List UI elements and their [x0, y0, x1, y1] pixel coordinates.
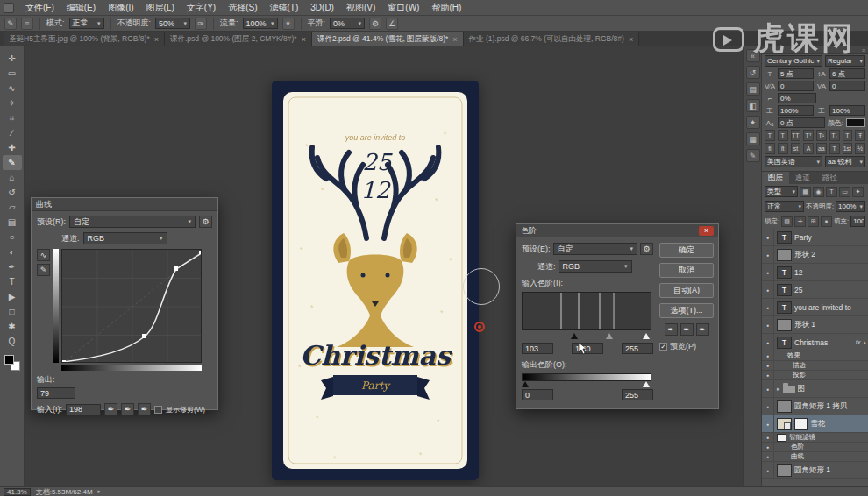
menu-file[interactable]: 文件(F) — [19, 0, 60, 16]
text-layer-thumbnail[interactable]: T — [777, 301, 792, 314]
visibility-eye-icon[interactable]: ● — [762, 299, 774, 315]
menu-image[interactable]: 图像(I) — [102, 0, 139, 16]
group-folder-icon[interactable] — [783, 386, 795, 393]
superscript-button[interactable]: T¹ — [816, 130, 827, 141]
lock-pixels-icon[interactable]: ✛ — [794, 216, 806, 227]
menu-view[interactable]: 视图(V) — [340, 0, 381, 16]
levels-preset-select[interactable]: 自定▾ — [553, 243, 638, 255]
visibility-eye-icon[interactable]: ● — [762, 371, 774, 379]
stylistic-alternates-button[interactable]: aa — [816, 143, 827, 154]
flow-select[interactable]: 100%▾ — [243, 18, 278, 29]
layer-row-25[interactable]: ●T25 — [762, 281, 868, 299]
zoom-tool-icon[interactable]: Q — [3, 334, 22, 349]
visibility-eye-icon[interactable]: ● — [762, 380, 774, 397]
swash-button[interactable]: A — [803, 143, 814, 154]
vertical-scale-field[interactable]: 100% — [778, 105, 814, 116]
visibility-eye-icon[interactable]: ● — [762, 443, 774, 451]
output-black-field[interactable]: 0 — [522, 389, 553, 400]
contextual-alternates-button[interactable]: ſt — [778, 143, 788, 154]
visibility-eye-icon[interactable]: ● — [762, 246, 774, 263]
doc-tab-2[interactable]: 课件.psd @ 100% (图层 2, CMYK/8#)*× — [165, 32, 312, 46]
ordinals-button[interactable]: 1st — [843, 143, 853, 154]
layer-row-12[interactable]: ●T12 — [762, 264, 868, 281]
tab-channels[interactable]: 通道 — [789, 172, 816, 184]
blend-mode-select[interactable]: 正常▾ — [765, 201, 804, 212]
visibility-eye-icon[interactable]: ● — [762, 433, 774, 442]
smart-filter-curves-row[interactable]: ●曲线 — [762, 452, 868, 462]
eraser-tool-icon[interactable]: ▱ — [3, 200, 22, 215]
proportional-spacing-field[interactable]: 0% — [778, 93, 816, 103]
layer-row-party[interactable]: ●TParty — [762, 229, 868, 246]
move-tool-icon[interactable]: ✛ — [3, 51, 22, 66]
black-point-slider[interactable] — [571, 333, 578, 339]
visibility-eye-icon[interactable]: ● — [762, 264, 774, 280]
fx-badge[interactable]: fx — [856, 338, 861, 346]
layer-row-snowflake-selected[interactable]: ●雪花 — [762, 415, 868, 433]
lock-position-icon[interactable]: ⊞ — [808, 216, 819, 227]
small-caps-button[interactable]: Tᵀ — [803, 130, 814, 141]
layer-row-christmas[interactable]: ●TChristmasfx▴ — [762, 334, 868, 351]
opacity-select[interactable]: 50%▾ — [155, 18, 190, 29]
panel-menu-icon[interactable]: ≡ — [862, 47, 865, 53]
curve-point-1[interactable] — [142, 334, 146, 338]
fractions-button[interactable]: ½ — [855, 143, 865, 154]
eyedropper-tool-icon[interactable]: ∕ — [3, 125, 22, 140]
menu-help[interactable]: 帮助(H) — [425, 0, 467, 16]
filter-shape-layers-icon[interactable]: ▭ — [839, 187, 850, 197]
crop-tool-icon[interactable]: ⌗ — [3, 110, 22, 125]
underline-button[interactable]: T — [843, 130, 853, 141]
gray-point-eyedropper-icon[interactable]: ✒ — [680, 323, 694, 336]
visibility-eye-icon[interactable]: ● — [762, 316, 774, 333]
tab-close-icon[interactable]: × — [154, 35, 159, 44]
output-black-slider[interactable] — [522, 381, 529, 387]
output-white-slider[interactable] — [643, 381, 650, 387]
curve-point-2[interactable] — [174, 266, 178, 271]
info-panel-icon[interactable]: ▦ — [746, 132, 760, 145]
lock-transparent-icon[interactable]: ▨ — [781, 216, 793, 227]
group-row-tu[interactable]: ●▸图 — [762, 380, 868, 398]
tab-paths[interactable]: 路径 — [816, 172, 843, 184]
curves-pencil-mode-icon[interactable]: ✎ — [37, 264, 50, 276]
shape-layer-thumbnail[interactable] — [777, 400, 792, 413]
menu-3d[interactable]: 3D(D) — [304, 0, 340, 16]
swatches-panel-icon[interactable]: ◧ — [746, 99, 760, 112]
airbrush-icon[interactable]: ✴ — [282, 18, 295, 30]
panel-header[interactable]: ≡ — [762, 46, 868, 54]
faux-bold-button[interactable]: T — [765, 130, 775, 141]
visibility-eye-icon[interactable]: ● — [762, 452, 774, 461]
shape-tool-icon[interactable]: □ — [3, 304, 22, 319]
menu-type[interactable]: 文字(Y) — [181, 0, 222, 16]
white-point-eyedropper-icon[interactable]: ✒ — [696, 323, 709, 336]
text-layer-thumbnail[interactable]: T — [777, 266, 792, 279]
filter-adjustment-layers-icon[interactable]: ◉ — [813, 187, 824, 197]
doc-tab-1[interactable]: 圣诞H5主界面.jpg @ 100% (背景, RGB/8)*× — [4, 32, 165, 46]
filter-pixel-layers-icon[interactable]: ▦ — [800, 187, 811, 197]
menu-filter[interactable]: 滤镜(T) — [264, 0, 305, 16]
healing-tool-icon[interactable]: ✚ — [3, 140, 22, 155]
drop-shadow-effect-row[interactable]: ●投影 — [762, 371, 868, 380]
fill-select[interactable]: 100%▾ — [850, 216, 865, 227]
visibility-eye-icon[interactable]: ● — [762, 398, 774, 415]
filter-mask-thumbnail[interactable] — [777, 434, 786, 442]
brush-preset-icon[interactable]: ✎ — [4, 18, 17, 30]
ok-button[interactable]: 确定 — [659, 243, 714, 258]
dodge-tool-icon[interactable]: ◐ — [3, 244, 22, 259]
layer-row-shape1[interactable]: ●形状 1 — [762, 316, 868, 334]
lock-all-icon[interactable]: ∎ — [821, 216, 832, 227]
pen-tool-icon[interactable]: ✒ — [3, 259, 22, 274]
gamma-slider[interactable] — [606, 333, 613, 339]
curves-preset-select[interactable]: 自定▾ — [69, 216, 196, 228]
layer-row-shape2[interactable]: ●形状 2 — [762, 246, 868, 264]
doc-tab-4[interactable]: 作业 (1).psd @ 66.7% (可以自由处理, RGB/8#)× — [464, 32, 640, 46]
leading-field[interactable]: 6 点 — [829, 68, 865, 79]
history-brush-tool-icon[interactable]: ↺ — [3, 185, 22, 200]
kerning-field[interactable]: 0 — [778, 81, 814, 91]
black-point-eyedropper-icon[interactable]: ✒ — [104, 403, 117, 415]
output-white-field[interactable]: 255 — [622, 389, 653, 400]
curves-title-bar[interactable]: 曲线 — [32, 198, 217, 211]
status-options-icon[interactable]: ▸ — [98, 488, 102, 495]
levels-histogram[interactable] — [522, 292, 651, 330]
font-style-select[interactable]: Regular▾ — [825, 55, 865, 67]
layer-row-roundrect-copy[interactable]: ●圆角矩形 1 拷贝 — [762, 398, 868, 415]
filter-type-layers-icon[interactable]: T — [826, 187, 837, 197]
